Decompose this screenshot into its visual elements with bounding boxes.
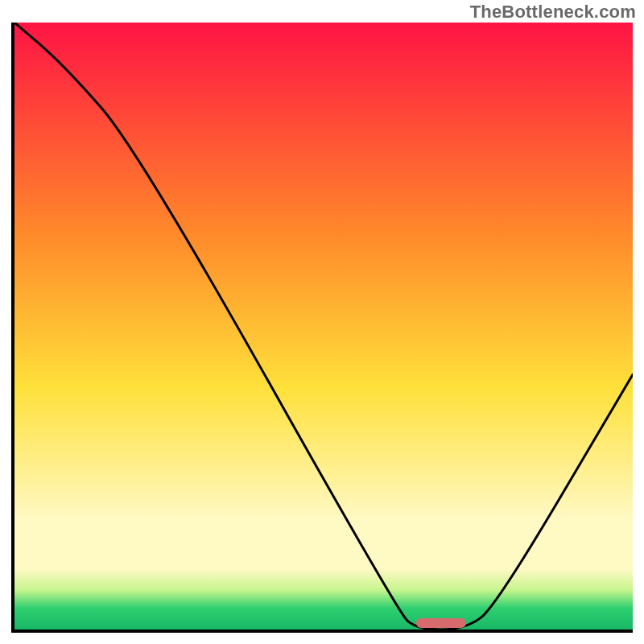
chart-container: TheBottleneck.com (0, 0, 644, 644)
optimal-marker (416, 618, 465, 628)
plot-area (11, 23, 633, 633)
watermark-text: TheBottleneck.com (470, 2, 636, 23)
bottleneck-curve (14, 23, 633, 630)
